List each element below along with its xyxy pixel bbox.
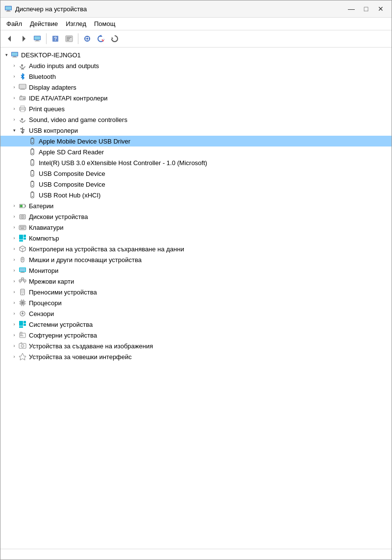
audio-item[interactable]: › Audio inputs and outputs xyxy=(0,60,392,71)
apple-driver-item[interactable]: Apple Mobile Device USB Driver xyxy=(0,136,392,146)
svg-rect-58 xyxy=(31,181,33,182)
svg-rect-86 xyxy=(21,272,24,272)
ide-expand[interactable]: › xyxy=(10,94,18,102)
menu-file[interactable]: Файл xyxy=(2,19,26,29)
usb-root-item[interactable]: USB Root Hub (xHCI) xyxy=(0,190,392,200)
keyboard-expand[interactable]: › xyxy=(10,223,18,231)
toolbar-separator-2 xyxy=(78,33,78,44)
back-button[interactable] xyxy=(3,32,16,45)
usb-comp1-icon xyxy=(28,169,37,178)
root-item[interactable]: ▾ DESKTOP-IEJNGO1 xyxy=(0,49,392,60)
disk-expand[interactable]: › xyxy=(10,213,18,220)
svg-point-47 xyxy=(32,142,33,143)
disk-item[interactable]: › Дискови устройства xyxy=(0,211,392,222)
network-icon xyxy=(18,277,27,286)
svg-point-53 xyxy=(32,164,33,165)
bluetooth-expand[interactable]: › xyxy=(10,73,18,80)
svg-rect-45 xyxy=(31,138,34,144)
minimize-button[interactable]: — xyxy=(344,3,358,14)
title-bar: Диспечер на устройства — □ ✕ xyxy=(0,0,392,18)
svg-rect-117 xyxy=(20,335,23,335)
computer-item[interactable]: › Компютър xyxy=(0,233,392,243)
usb-item[interactable]: ▾ USB контролери xyxy=(0,125,392,136)
maximize-button[interactable]: □ xyxy=(359,3,373,14)
svg-rect-1 xyxy=(5,6,11,10)
update-button[interactable]: ✕ xyxy=(95,32,107,45)
sensors-expand[interactable]: › xyxy=(10,310,18,317)
svg-rect-76 xyxy=(24,235,26,237)
forward-button[interactable] xyxy=(17,32,30,45)
root-icon xyxy=(10,50,19,59)
ide-item[interactable]: › IDE ATA/ATAPI контролери xyxy=(0,93,392,103)
usb-comp1-item[interactable]: USB Composite Device xyxy=(0,168,392,179)
properties-button[interactable] xyxy=(63,32,75,45)
svg-rect-75 xyxy=(19,235,23,240)
hid-item[interactable]: › Устройства за човешки интерфейс xyxy=(0,351,392,362)
imaging-item[interactable]: › Устройства за създаване на изображения xyxy=(0,341,392,351)
sound-label: Sound, video and game controllers xyxy=(29,116,127,123)
sound-item[interactable]: › Sound, video and game controllers xyxy=(0,114,392,125)
bluetooth-item[interactable]: › Bluetooth xyxy=(0,71,392,82)
menu-help[interactable]: Помощ xyxy=(90,19,119,29)
usb-comp2-item[interactable]: USB Composite Device xyxy=(0,179,392,190)
print-item[interactable]: › Print queues xyxy=(0,103,392,114)
svg-point-109 xyxy=(22,313,24,315)
system-dev-expand[interactable]: › xyxy=(10,320,18,328)
storage-ctrl-item[interactable]: › Контролери на устройства за съхраняван… xyxy=(0,243,392,254)
svg-rect-38 xyxy=(21,110,24,112)
display-expand[interactable]: › xyxy=(10,83,18,91)
computer-label: Компютър xyxy=(29,235,59,242)
portable-label: Преносими устройства xyxy=(29,289,97,296)
device-tree[interactable]: ▾ DESKTOP-IEJNGO1 › xyxy=(0,48,392,549)
batteries-item[interactable]: › Батерии xyxy=(0,200,392,211)
network-item[interactable]: › Мрежови карти xyxy=(0,276,392,287)
svg-rect-60 xyxy=(31,192,34,198)
intel-usb-item[interactable]: Intel(R) USB 3.0 eXtensible Host Control… xyxy=(0,157,392,168)
svg-rect-32 xyxy=(20,89,25,90)
svg-rect-89 xyxy=(24,280,26,282)
apple-sd-item[interactable]: Apple SD Card Reader xyxy=(0,146,392,157)
display-item[interactable]: › Display adapters xyxy=(0,82,392,93)
computer-button[interactable] xyxy=(31,32,44,45)
audio-expand[interactable]: › xyxy=(10,62,18,70)
system-dev-icon xyxy=(18,320,27,329)
portable-item[interactable]: › Преносими устройства xyxy=(0,287,392,297)
rollback-button[interactable] xyxy=(108,32,121,45)
monitors-expand[interactable]: › xyxy=(10,267,18,274)
storage-ctrl-expand[interactable]: › xyxy=(10,245,18,253)
portable-expand[interactable]: › xyxy=(10,288,18,296)
menu-view[interactable]: Изглед xyxy=(62,19,90,29)
portable-icon xyxy=(18,288,27,296)
toolbar-separator-1 xyxy=(46,33,47,44)
imaging-expand[interactable]: › xyxy=(10,342,18,350)
computer-expand[interactable]: › xyxy=(10,234,18,242)
root-expand[interactable]: ▾ xyxy=(2,51,10,59)
keyboard-item[interactable]: › Клавиатури xyxy=(0,222,392,233)
mouse-item[interactable]: › Мишки и други посочващи устройства xyxy=(0,254,392,265)
storage-ctrl-icon xyxy=(18,244,27,253)
software-dev-expand[interactable]: › xyxy=(10,331,18,339)
disk-icon xyxy=(18,212,27,221)
print-expand[interactable]: › xyxy=(10,105,18,113)
network-expand[interactable]: › xyxy=(10,277,18,285)
svg-point-35 xyxy=(24,98,25,99)
svg-rect-96 xyxy=(21,290,24,293)
usb-expand[interactable]: ▾ xyxy=(10,126,18,134)
scan-button[interactable] xyxy=(81,32,94,45)
svg-rect-57 xyxy=(31,181,34,187)
sensors-item[interactable]: › Сензори xyxy=(0,308,392,319)
menu-action[interactable]: Действие xyxy=(26,19,62,29)
mouse-expand[interactable]: › xyxy=(10,256,18,264)
help-button[interactable]: ? xyxy=(49,32,62,45)
hid-expand[interactable]: › xyxy=(10,353,18,361)
software-dev-item[interactable]: › Софтуерни устройства xyxy=(0,330,392,341)
close-button[interactable]: ✕ xyxy=(374,3,388,14)
processors-expand[interactable]: › xyxy=(10,299,18,307)
batteries-expand[interactable]: › xyxy=(10,202,18,210)
monitors-item[interactable]: › Монитори xyxy=(0,265,392,276)
processors-item[interactable]: › Процесори xyxy=(0,297,392,308)
sound-expand[interactable]: › xyxy=(10,116,18,123)
system-dev-item[interactable]: › Системни устройства xyxy=(0,319,392,330)
svg-rect-52 xyxy=(31,159,33,160)
audio-icon xyxy=(18,61,27,70)
